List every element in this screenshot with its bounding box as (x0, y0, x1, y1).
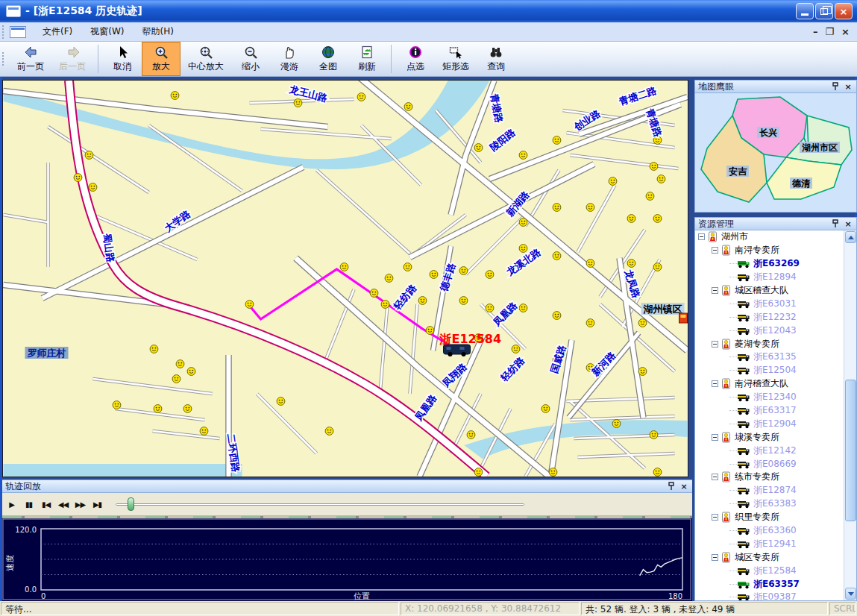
toolbar-button-zoom-center[interactable]: 中心放大 (180, 42, 231, 76)
vehicle-smiley-marker[interactable] (459, 297, 468, 305)
tree-item-label[interactable]: 浙E63360 (753, 524, 797, 537)
vehicle-smiley-marker[interactable] (650, 163, 658, 171)
toolbar-button-point-select[interactable]: 点选 (396, 42, 435, 76)
tree-item-label[interactable]: 浙E12874 (753, 484, 797, 497)
tree-item-label[interactable]: 南浔稽查大队 (735, 377, 788, 390)
tree-item-label[interactable]: 浙E63031 (753, 298, 797, 310)
vehicle-smiley-marker[interactable] (404, 103, 412, 111)
vehicle-smiley-marker[interactable] (404, 263, 412, 271)
close-icon[interactable]: × (843, 219, 853, 229)
vehicle-smiley-marker[interactable] (650, 431, 658, 439)
tree-item-label[interactable]: 练市专卖所 (735, 471, 779, 483)
tree-item-label[interactable]: 浙E12232 (753, 311, 797, 324)
menu-file[interactable]: 文件(F) (34, 22, 81, 41)
tree-item-label[interactable]: 浙E12142 (753, 444, 797, 457)
tree-collapse-icon[interactable] (712, 380, 718, 387)
tree-item-label[interactable]: 浙E12894 (753, 271, 797, 283)
vehicle-smiley-marker[interactable] (176, 360, 184, 368)
mdi-minimize-button[interactable]: – (813, 26, 818, 37)
scroll-thumb[interactable] (845, 380, 856, 521)
vehicle-smiley-marker[interactable] (89, 183, 97, 192)
eagle-eye-map[interactable]: 长兴 湖州市区 安吉 德清 (694, 93, 857, 213)
tree-item-label[interactable]: 城区稽查大队 (735, 284, 788, 297)
rewind-button[interactable]: ◀◀ (55, 496, 71, 512)
toolbar-button-zoom-in[interactable]: 放大 (142, 42, 180, 76)
tree-scrollbar[interactable] (844, 230, 856, 600)
vehicle-smiley-marker[interactable] (627, 215, 635, 223)
tree-item-label[interactable]: 浙E12043 (753, 324, 797, 337)
vehicle-smiley-marker[interactable] (553, 204, 561, 212)
vehicle-smiley-marker[interactable] (553, 312, 561, 320)
menu-view[interactable]: 视窗(W) (81, 22, 133, 41)
close-button[interactable]: × (835, 3, 853, 19)
tree-collapse-icon[interactable] (712, 341, 718, 348)
vehicle-smiley-marker[interactable] (113, 401, 121, 409)
vehicle-smiley-marker[interactable] (430, 271, 438, 279)
vehicle-smiley-marker[interactable] (325, 427, 333, 436)
vehicle-smiley-marker[interactable] (586, 260, 594, 268)
tree-collapse-icon[interactable] (712, 514, 718, 521)
vehicle-smiley-marker[interactable] (426, 327, 434, 335)
vehicle-smiley-marker[interactable] (85, 151, 93, 160)
skip-end-button[interactable]: ▶▮ (90, 496, 105, 512)
tree-item-label[interactable]: 南浔专卖所 (735, 244, 779, 257)
toolbar-button-zoom-out[interactable]: 缩小 (231, 42, 270, 76)
minimize-button[interactable] (796, 3, 814, 19)
vehicle-smiley-marker[interactable] (370, 289, 378, 298)
scroll-up-icon[interactable] (845, 231, 856, 243)
vehicle-smiley-marker[interactable] (553, 252, 561, 260)
vehicle-smiley-marker[interactable] (245, 301, 254, 309)
slider-thumb[interactable] (128, 497, 134, 511)
menu-help[interactable]: 帮助(H) (134, 22, 183, 41)
tree-collapse-icon[interactable] (712, 554, 718, 561)
tree-item-label[interactable]: 城区专卖所 (735, 551, 779, 564)
vehicle-smiley-marker[interactable] (187, 368, 195, 376)
tree-item-label[interactable]: 浙E63357 (753, 578, 800, 591)
vehicle-smiley-marker[interactable] (653, 215, 662, 223)
tree-item-label[interactable]: 浙E63135 (753, 351, 797, 363)
vehicle-smiley-marker[interactable] (657, 175, 665, 183)
pause-button[interactable]: ▮▮ (21, 496, 37, 512)
tree-item-label[interactable]: 埭溪专卖所 (735, 431, 779, 444)
tree-collapse-icon[interactable] (712, 287, 718, 294)
toolbar-button-binoculars[interactable]: 查询 (477, 42, 515, 76)
mdi-restore-button[interactable]: ❐ (825, 26, 834, 37)
vehicle-smiley-marker[interactable] (385, 274, 393, 283)
tree-item-label[interactable]: 织里专卖所 (735, 511, 779, 524)
toolbar-button-arrow-left[interactable]: 前一页 (10, 42, 51, 76)
vehicle-smiley-marker[interactable] (183, 405, 192, 413)
vehicle-smiley-marker[interactable] (638, 319, 647, 327)
tree-item-label[interactable]: 浙E12941 (753, 538, 797, 550)
pin-icon[interactable] (666, 481, 677, 491)
tree-collapse-icon[interactable] (712, 247, 718, 254)
tree-item-label[interactable]: 浙E12584 (753, 565, 797, 577)
tree-item-label[interactable]: 浙E09387 (753, 591, 797, 600)
tree-item-label[interactable]: 浙E12340 (753, 391, 797, 403)
vehicle-smiley-marker[interactable] (486, 271, 494, 279)
vehicle-smiley-marker[interactable] (381, 301, 389, 309)
tree-item-label[interactable]: 湖州市 (721, 230, 748, 243)
vehicle-smiley-marker[interactable] (549, 468, 557, 477)
vehicle-smiley-marker[interactable] (646, 192, 654, 201)
pin-icon[interactable] (830, 219, 841, 229)
vehicle-smiley-marker[interactable] (512, 345, 520, 353)
vehicle-smiley-marker[interactable] (586, 319, 594, 327)
toolbar-button-pan-hand[interactable]: 漫游 (270, 42, 309, 76)
vehicle-smiley-marker[interactable] (638, 368, 647, 376)
vehicle-smiley-marker[interactable] (150, 345, 158, 353)
vehicle-smiley-marker[interactable] (612, 420, 621, 428)
tree-item-label[interactable]: 浙E12904 (753, 418, 797, 430)
vehicle-smiley-marker[interactable] (609, 177, 617, 186)
vehicle-smiley-marker[interactable] (340, 263, 348, 271)
vehicle-smiley-marker[interactable] (474, 144, 483, 152)
vehicle-smiley-marker[interactable] (653, 263, 662, 271)
tree-item-label[interactable]: 浙E08669 (753, 458, 797, 471)
tree-item-label[interactable]: 菱湖专卖所 (735, 338, 779, 351)
vehicle-smiley-marker[interactable] (171, 92, 179, 100)
vehicle-smiley-marker[interactable] (586, 204, 594, 212)
close-icon[interactable]: × (679, 481, 689, 491)
tree-item-label[interactable]: 浙E63269 (753, 257, 800, 270)
skip-start-button[interactable]: ▮◀ (38, 496, 54, 512)
vehicle-smiley-marker[interactable] (172, 375, 180, 383)
toolbar-button-globe[interactable]: 全图 (309, 42, 348, 76)
